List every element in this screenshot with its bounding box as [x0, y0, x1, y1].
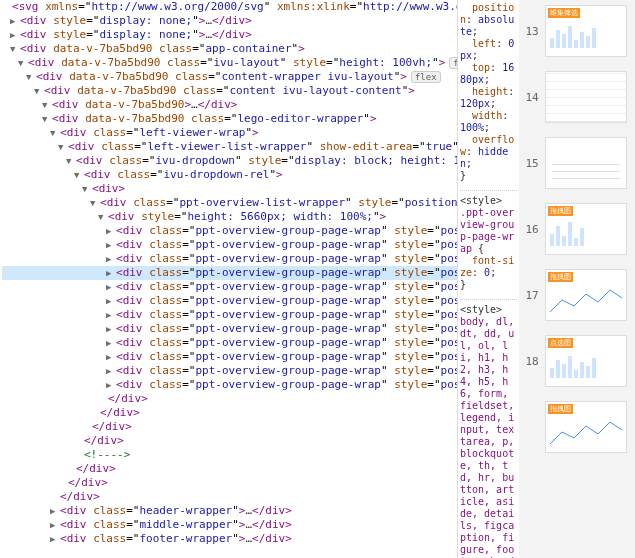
- dom-node[interactable]: <!---->: [2, 448, 457, 462]
- expand-caret-icon[interactable]: ▶: [10, 28, 20, 42]
- slide-preview: 拖拽图: [545, 401, 627, 453]
- dom-node[interactable]: </div>: [2, 392, 457, 406]
- style-prop[interactable]: left: 0px;: [460, 38, 517, 62]
- style-prop[interactable]: height: 120px;: [460, 86, 517, 110]
- dom-node[interactable]: ▶<div class="ppt-overview-group-page-wra…: [2, 336, 457, 350]
- dom-node[interactable]: ▶<div style="display: none;">…</div>: [2, 28, 457, 42]
- expand-caret-icon[interactable]: ▼: [82, 182, 92, 196]
- dom-node[interactable]: ▼<div class="ppt-overview-list-wrapper" …: [2, 196, 457, 210]
- expand-caret-icon[interactable]: ▼: [26, 70, 36, 84]
- expand-caret-icon[interactable]: ▶: [106, 350, 116, 364]
- expand-caret-icon[interactable]: ▼: [42, 98, 52, 112]
- dom-node[interactable]: ▼<div class="ivu-dropdown-rel">: [2, 168, 457, 182]
- dom-node[interactable]: ▼<div>: [2, 182, 457, 196]
- style-prop[interactable]: width: 100%;: [460, 110, 517, 134]
- expand-caret-icon[interactable]: ▶: [106, 280, 116, 294]
- slide-thumbnail[interactable]: 拖拽图: [519, 396, 635, 458]
- expand-caret-icon[interactable]: ▼: [50, 126, 60, 140]
- dom-node[interactable]: ▼<div class="left-viewer-wrap">: [2, 126, 457, 140]
- dom-node[interactable]: ▶<div class="ppt-overview-group-page-wra…: [2, 266, 457, 280]
- dom-node[interactable]: </div>: [2, 490, 457, 504]
- expand-caret-icon[interactable]: ▼: [34, 84, 44, 98]
- expand-caret-icon[interactable]: ▶: [50, 532, 60, 546]
- dom-node[interactable]: ▼<div data-v-7ba5bd90 class="app-contain…: [2, 42, 457, 56]
- thumbnail-panel[interactable]: 13维集筛选141516拖拽图17拖拽图18点选图拖拽图: [519, 0, 635, 558]
- dom-node[interactable]: ▶<div class="ppt-overview-group-page-wra…: [2, 322, 457, 336]
- expand-caret-icon[interactable]: ▶: [106, 378, 116, 392]
- style-prop[interactable]: overflow: hidden;: [460, 134, 517, 170]
- style-tag: <style>: [460, 304, 517, 316]
- expand-caret-icon[interactable]: ▶: [106, 308, 116, 322]
- flex-badge[interactable]: flex: [411, 71, 441, 83]
- expand-caret-icon[interactable]: ▶: [106, 294, 116, 308]
- expand-caret-icon[interactable]: ▶: [106, 238, 116, 252]
- dom-node[interactable]: ▶<div class="ppt-overview-group-page-wra…: [2, 224, 457, 238]
- dom-node[interactable]: ▼<div class="left-viewer-list-wrapper" s…: [2, 140, 457, 154]
- expand-caret-icon[interactable]: ▼: [98, 210, 108, 224]
- dom-node[interactable]: ▶<div style="display: none;">…</div>: [2, 14, 457, 28]
- slide-preview: [545, 137, 627, 189]
- styles-panel[interactable]: position: absolute; left: 0px; top: 1680…: [457, 0, 519, 558]
- slide-thumbnail[interactable]: 15: [519, 132, 635, 194]
- dom-node[interactable]: ▶<div class="ppt-overview-group-page-wra…: [2, 294, 457, 308]
- dom-node[interactable]: ▼<div data-v-7ba5bd90 class="ivu-layout"…: [2, 56, 457, 70]
- expand-caret-icon[interactable]: ▼: [90, 196, 100, 210]
- expand-caret-icon[interactable]: ▼: [10, 42, 20, 56]
- expand-caret-icon[interactable]: ▶: [106, 364, 116, 378]
- dom-node[interactable]: ▼<div data-v-7ba5bd90 class="content ivu…: [2, 84, 457, 98]
- dom-node[interactable]: ▼<div style="height: 5660px; width: 100%…: [2, 210, 457, 224]
- expand-caret-icon[interactable]: ▼: [18, 56, 28, 70]
- elements-panel[interactable]: <svg xmlns="http://www.w3.org/2000/svg" …: [0, 0, 457, 558]
- dom-node[interactable]: ▶<div class="ppt-overview-group-page-wra…: [2, 364, 457, 378]
- slide-preview: 维集筛选: [545, 5, 627, 57]
- dom-node[interactable]: ▶<div class="ppt-overview-group-page-wra…: [2, 350, 457, 364]
- expand-caret-icon[interactable]: ▶: [50, 518, 60, 532]
- flex-badge[interactable]: flex: [449, 57, 457, 69]
- dom-node[interactable]: ▼<div data-v-7ba5bd90 class="content-wra…: [2, 70, 457, 84]
- expand-caret-icon[interactable]: ▼: [74, 168, 84, 182]
- slide-thumbnail[interactable]: 13维集筛选: [519, 0, 635, 62]
- dom-node[interactable]: ▶<div class="ppt-overview-group-page-wra…: [2, 238, 457, 252]
- expand-caret-icon[interactable]: ▶: [106, 266, 116, 280]
- style-prop[interactable]: font-size: 0;: [460, 255, 517, 279]
- dom-node[interactable]: <svg xmlns="http://www.w3.org/2000/svg" …: [2, 0, 457, 14]
- style-selector-long: body, dl, dt, dd, ul, ol, li, h1, h2, h3…: [460, 316, 514, 558]
- style-rule-global[interactable]: <style> body, dl, dt, dd, ul, ol, li, h1…: [460, 304, 517, 558]
- slide-preview: 拖拽图: [545, 269, 627, 321]
- dom-node[interactable]: ▶<div class="middle-wrapper">…</div>: [2, 518, 457, 532]
- slide-thumbnail[interactable]: 18点选图: [519, 330, 635, 392]
- style-rule-inline[interactable]: position: absolute; left: 0px; top: 1680…: [460, 2, 517, 182]
- style-prop[interactable]: position: absolute;: [460, 2, 517, 38]
- dom-node[interactable]: ▶<div class="footer-wrapper">…</div>: [2, 532, 457, 546]
- expand-caret-icon[interactable]: ▶: [106, 336, 116, 350]
- dom-node[interactable]: </div>: [2, 406, 457, 420]
- dom-node[interactable]: ▶<div class="ppt-overview-group-page-wra…: [2, 252, 457, 266]
- dom-node[interactable]: ▶<div class="ppt-overview-group-page-wra…: [2, 378, 457, 392]
- slide-number: 17: [519, 289, 545, 302]
- dom-node[interactable]: ▼<div class="ivu-dropdown" style="displa…: [2, 154, 457, 168]
- style-rule-class[interactable]: <style> .ppt-overview-group-page-wrap { …: [460, 195, 517, 291]
- slide-thumbnail[interactable]: 14: [519, 66, 635, 128]
- dom-node[interactable]: ▼<div data-v-7ba5bd90 class="lego-editor…: [2, 112, 457, 126]
- dom-node[interactable]: ▶<div class="header-wrapper">…</div>: [2, 504, 457, 518]
- dom-node[interactable]: </div>: [2, 434, 457, 448]
- expand-caret-icon[interactable]: ▶: [106, 322, 116, 336]
- expand-caret-icon[interactable]: ▶: [106, 224, 116, 238]
- dom-node[interactable]: </div>: [2, 462, 457, 476]
- style-selector: .ppt-overview-group-page-wrap: [460, 207, 514, 254]
- slide-thumbnail[interactable]: 16拖拽图: [519, 198, 635, 260]
- style-prop[interactable]: top: 1680px;: [460, 62, 517, 86]
- expand-caret-icon[interactable]: ▼: [66, 154, 76, 168]
- dom-node[interactable]: ▼<div data-v-7ba5bd90>…</div>: [2, 98, 457, 112]
- dom-node[interactable]: ▶<div class="ppt-overview-group-page-wra…: [2, 280, 457, 294]
- dom-node[interactable]: </div>: [2, 476, 457, 490]
- expand-caret-icon[interactable]: ▼: [42, 112, 52, 126]
- dom-node[interactable]: ▶<div class="ppt-overview-group-page-wra…: [2, 308, 457, 322]
- expand-caret-icon[interactable]: ▶: [106, 252, 116, 266]
- slide-number: 15: [519, 157, 545, 170]
- expand-caret-icon[interactable]: ▼: [58, 140, 68, 154]
- expand-caret-icon[interactable]: ▶: [50, 504, 60, 518]
- slide-thumbnail[interactable]: 17拖拽图: [519, 264, 635, 326]
- dom-node[interactable]: </div>: [2, 420, 457, 434]
- expand-caret-icon[interactable]: ▶: [10, 14, 20, 28]
